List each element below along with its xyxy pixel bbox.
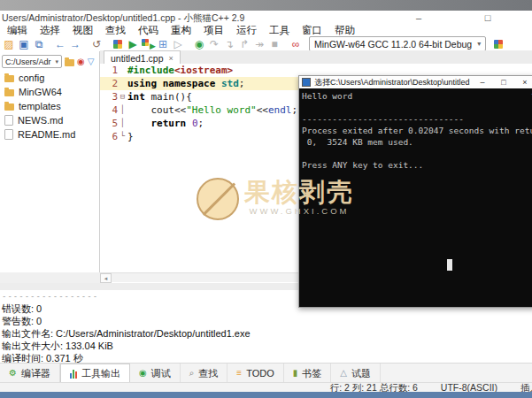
save-icon[interactable]: ▣ (17, 37, 31, 50)
compiler-icon: ⚙ (9, 369, 17, 378)
maximize-button[interactable]: □ (478, 11, 497, 25)
file-icon (4, 129, 13, 140)
menu-item-窗口[interactable]: 窗口 (302, 24, 322, 37)
code-text: return 0; (127, 117, 204, 130)
fold-marker[interactable]: ⊟ (118, 90, 127, 103)
file-label: templates (19, 101, 61, 111)
todo-icon: ≡ (236, 369, 242, 378)
chevron-down-icon: ▾ (477, 40, 481, 48)
menu-item-查找[interactable]: 查找 (105, 24, 126, 37)
fold-marker: │ (118, 103, 127, 117)
bottom-tab-书签[interactable]: ▮书签 (284, 364, 332, 383)
console-line: Hello word (302, 90, 529, 102)
watermark-url: WWW.GHXI.COM (249, 206, 349, 216)
code-text: using namespace std; (127, 77, 244, 90)
scroll-left-icon[interactable]: ◂ (100, 273, 112, 283)
bottom-tab-label: TODO (246, 368, 274, 379)
file-item-NEWS.md[interactable]: NEWS.md (0, 113, 99, 127)
close-icon[interactable]: × (169, 54, 173, 63)
bottom-tab-label: 编译器 (21, 367, 50, 380)
line-number: 2 (100, 77, 118, 90)
path-select[interactable]: C:/Users/Adr ▾ (2, 55, 62, 68)
compile-run-icon[interactable]: ▶ (141, 37, 155, 50)
compile-log-line: 输出文件大小: 133.04 KiB (0, 340, 532, 352)
location-pin-icon[interactable]: ◉ (77, 57, 85, 66)
file-item-templates[interactable]: templates (0, 99, 99, 113)
code-text: cout<<"Hello word"<<endl; (127, 103, 297, 117)
menu-item-代码[interactable]: 代码 (138, 24, 158, 37)
menu-item-选择[interactable]: 选择 (40, 24, 60, 37)
filter-funnel-icon[interactable]: ▽ (88, 57, 95, 66)
file-item-MinGW64[interactable]: MinGW64 (0, 85, 99, 99)
console-line (302, 102, 529, 113)
code-text: } (127, 130, 134, 143)
compile-log-line: 输出文件名: C:/Users/Administrator/Desktop/un… (0, 327, 532, 340)
run-to-cursor-icon[interactable]: ↠ (252, 37, 266, 50)
save-all-icon[interactable]: ⧉ (32, 37, 46, 50)
debug-icon[interactable]: ◉ (192, 37, 206, 50)
path-select-value: C:/Users/Adr (5, 57, 51, 66)
file-label: config (19, 73, 44, 83)
history-icon[interactable]: ↺ (89, 37, 104, 50)
taskbar-edge (0, 392, 532, 398)
bottom-tab-TODO[interactable]: ≡TODO (227, 364, 283, 383)
console-line: Press ANY key to exit... (302, 159, 529, 171)
flask-icon: △ (340, 369, 347, 378)
compile-icon[interactable] (111, 37, 125, 50)
watch-icon[interactable]: ∞ (289, 37, 303, 50)
step-over-icon[interactable]: ↷ (207, 37, 221, 50)
editor-tab-bar: untitled1.cpp × (100, 50, 532, 65)
background-window-strip (0, 0, 532, 11)
compiler-set-icon[interactable] (491, 37, 505, 50)
bottom-tab-label: 查找 (198, 367, 218, 380)
watermark: 果核剥壳 WWW.GHXI.COM (197, 178, 354, 220)
file-icon (4, 115, 13, 126)
title-bar: Users/Administrator/Desktop/untitled1.cp… (0, 11, 532, 25)
run-icon[interactable]: ▶ (126, 37, 140, 50)
minimize-button[interactable]: – (409, 11, 428, 25)
console-minimize-button[interactable]: – (474, 78, 491, 87)
line-number: 5 (100, 117, 118, 130)
file-label: NEWS.md (18, 115, 63, 126)
bottom-tab-工具输出[interactable]: 工具输出 (60, 364, 130, 383)
step-out-icon[interactable]: ↱ (237, 37, 251, 50)
window-title: Users/Administrator/Desktop/untitled1.cp… (2, 11, 244, 25)
menu-item-项目[interactable]: 项目 (204, 24, 224, 37)
line-number: 4 (100, 103, 118, 117)
menu-item-工具[interactable]: 工具 (269, 24, 289, 37)
back-icon[interactable]: ← (53, 37, 67, 50)
open-icon[interactable]: ▨ (2, 37, 16, 50)
bottom-tab-编译器[interactable]: ⚙编译器 (0, 364, 60, 383)
bottom-tab-试题[interactable]: △试题 (331, 364, 381, 383)
line-number: 6 (100, 130, 118, 143)
file-browser-panel: C:/Users/Adr ▾ ◉ ▽ configMinGW64template… (0, 51, 100, 273)
compiler-select[interactable]: MinGW-w64 GCC 11.2.0 64-bit Debug ▾ (309, 36, 486, 51)
console-title: 选择C:\Users\Administrator\Desktop\untitle… (314, 77, 470, 88)
file-item-README.md[interactable]: README.md (0, 127, 99, 142)
bookmark-icon: ▮ (293, 369, 298, 378)
tab-label: untitled1.cpp (111, 53, 164, 64)
stop-icon[interactable]: ■ (267, 37, 281, 50)
menu-item-视图[interactable]: 视图 (73, 24, 93, 37)
file-list: configMinGW64templatesNEWS.mdREADME.md (0, 71, 99, 142)
menu-bar: 编辑选择视图查找代码重构项目运行工具窗口帮助 (0, 25, 532, 36)
step-into-icon[interactable]: ↴ (222, 37, 236, 50)
tab-untitled1[interactable]: untitled1.cpp × (104, 50, 181, 65)
run-parameters-icon[interactable]: ▷ (171, 37, 185, 50)
line-number: 3 (100, 90, 118, 103)
menu-item-重构[interactable]: 重构 (171, 24, 191, 37)
console-line: 0, 3524 KB mem used. (302, 136, 529, 148)
code-text: #include<iostream> (127, 64, 233, 77)
rebuild-icon[interactable]: ⊞ (156, 37, 170, 50)
console-close-button[interactable]: × (516, 78, 532, 87)
bottom-tab-label: 试题 (351, 367, 371, 380)
menu-item-帮助[interactable]: 帮助 (335, 24, 355, 37)
file-item-config[interactable]: config (0, 71, 99, 85)
console-maximize-button[interactable]: □ (495, 78, 513, 87)
bottom-tab-调试[interactable]: ◉调试 (130, 364, 181, 383)
open-folder-icon[interactable] (65, 59, 74, 66)
menu-item-编辑[interactable]: 编辑 (7, 24, 27, 37)
menu-item-运行[interactable]: 运行 (236, 24, 257, 37)
bottom-tab-查找[interactable]: ⌕查找 (181, 364, 228, 383)
forward-icon[interactable]: → (68, 37, 82, 50)
